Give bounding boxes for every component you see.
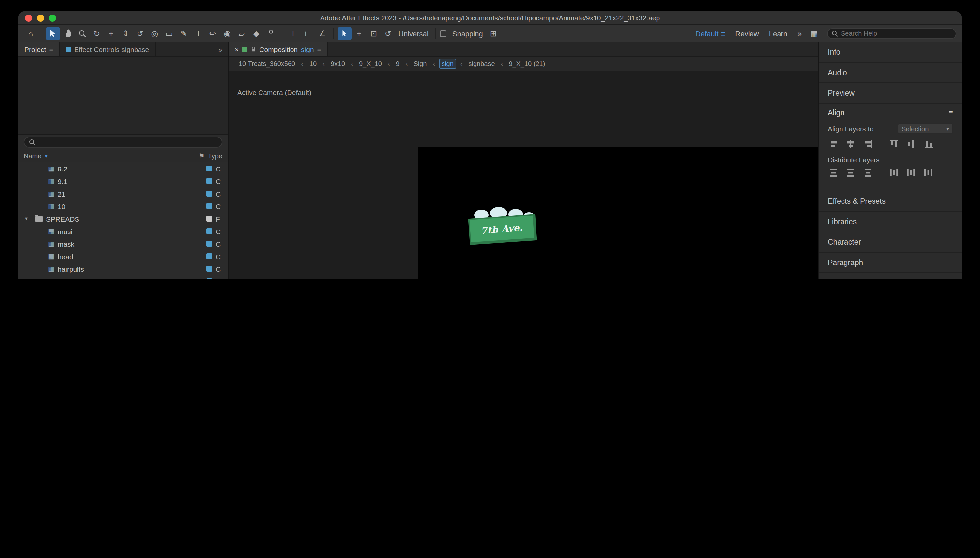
align-panel-title[interactable]: Align [828,109,844,117]
pan-camera-tool[interactable]: + [104,27,118,40]
project-item-row[interactable]: ▾ ▦ head C [18,250,228,263]
lock-icon[interactable] [251,46,256,52]
align-layers-to-dropdown[interactable]: Selection▾ [898,123,953,134]
gizmo-scale-tool[interactable]: ⊡ [367,27,380,40]
item-label[interactable]: head [58,252,73,260]
roto-brush-tool[interactable]: ◆ [249,27,263,40]
brush-tool[interactable]: ✏ [206,27,220,40]
item-label[interactable]: mask [58,240,74,248]
distribute-right-button[interactable] [924,167,934,179]
view-axis-mode-icon[interactable]: ∠ [315,27,329,40]
puppet-pin-tool[interactable] [264,27,278,40]
rectangle-tool[interactable]: ▭ [162,27,176,40]
label-color-chip[interactable] [206,278,212,279]
universal-gizmo-label[interactable]: Universal [398,30,429,37]
label-color-chip[interactable] [206,190,212,197]
item-label[interactable]: 9.1 [58,177,67,185]
panel-tab[interactable]: Audio [819,62,962,83]
panel-menu-icon[interactable]: ≡ [949,109,953,117]
item-label[interactable]: 10 [58,202,65,210]
snapping-label[interactable]: Snapping [452,30,483,37]
label-color-chip[interactable] [206,178,212,184]
align-bottom-button[interactable] [924,138,934,150]
minimize-window-button[interactable] [37,15,44,22]
distribute-left-button[interactable] [889,167,899,179]
align-top-button[interactable] [889,138,899,150]
gizmo-rotate-tool[interactable]: ↺ [381,27,395,40]
composition-frame[interactable]: 7th Ave. [418,147,818,279]
align-center-horizontal-button[interactable] [845,139,857,149]
dolly-camera-tool[interactable]: ⇕ [119,27,133,40]
selection-tool[interactable] [46,27,60,40]
breadcrumb-item[interactable]: ‹ 9_X_10 [347,59,384,68]
eraser-tool[interactable]: ▱ [235,27,249,40]
maximize-window-button[interactable] [49,15,56,22]
panel-tab[interactable]: Paragraph [819,253,962,273]
zoom-tool[interactable] [75,27,89,40]
panel-tab[interactable]: Info [819,42,962,62]
pan-behind-tool[interactable]: ◎ [148,27,162,40]
help-search[interactable] [827,28,956,39]
label-column-flag-icon[interactable]: ⚑ [199,153,205,159]
pen-tool[interactable]: ✎ [177,27,190,40]
project-item-row[interactable]: ▾ ▦ 9.2 C [18,162,228,175]
hand-tool[interactable] [61,27,75,40]
panel-menu-icon[interactable]: ≡ [317,46,321,53]
tab-project[interactable]: Project ≡ [18,42,60,56]
project-item-row[interactable]: ▾ ▦ face C [18,275,228,279]
label-color-chip[interactable] [206,216,212,222]
breadcrumb-item[interactable]: ‹ 10 Treats_360x560 [237,59,297,68]
project-item-row[interactable]: ▾ ▦ 21 C [18,187,228,200]
item-label[interactable]: SPREADS [46,215,79,223]
gizmo-move-tool[interactable]: + [352,27,366,40]
tab-effect-controls[interactable]: Effect Controls signbase [60,42,156,56]
align-right-button[interactable] [862,139,874,149]
close-window-button[interactable] [25,15,32,22]
breadcrumb-item[interactable]: ‹ 9x10 [318,59,347,68]
workspace-bar-icon[interactable]: ▦ [807,27,821,40]
project-item-row[interactable]: ▾ ▦ hairpuffs C [18,263,228,275]
clone-stamp-tool[interactable]: ◉ [220,27,234,40]
home-icon[interactable]: ⌂ [24,27,38,40]
label-color-chip[interactable] [206,166,212,171]
panel-tab[interactable]: Effects & Presets [819,191,962,212]
breadcrumb-item[interactable]: ‹ 9_X_10 (21) [497,59,547,68]
column-type[interactable]: Type [208,153,222,159]
align-center-vertical-button[interactable] [906,138,916,150]
breadcrumb-item[interactable]: ‹ Sign [402,59,429,68]
world-axis-mode-icon[interactable]: ∟ [301,27,315,40]
twirl-icon[interactable]: ▾ [25,216,32,222]
label-color-chip[interactable] [206,203,212,209]
workspace-default[interactable]: Default≡ [695,30,726,37]
distribute-bottom-button[interactable] [862,167,874,177]
align-left-button[interactable] [828,139,839,149]
item-label[interactable]: face [58,277,71,279]
label-color-chip[interactable] [206,266,212,272]
gizmo-select-tool[interactable] [338,27,352,40]
project-item-row[interactable]: ▾ ▦ SPREADS F [18,212,228,225]
snapping-checkbox[interactable] [440,30,446,37]
help-search-input[interactable] [841,30,952,37]
item-label[interactable]: hairpuffs [58,265,84,273]
label-color-chip[interactable] [206,228,212,234]
project-item-row[interactable]: ▾ ▦ 10 C [18,200,228,212]
project-column-header[interactable]: Name ▾ ⚑ Type [18,150,228,162]
project-item-row[interactable]: ▾ ▦ musi C [18,225,228,238]
project-search-field[interactable] [24,136,222,148]
item-label[interactable]: 21 [58,190,65,197]
panel-menu-icon[interactable]: ≡ [49,46,53,53]
panel-tab[interactable]: Preview [819,83,962,103]
workspace-learn[interactable]: Learn [769,30,787,37]
breadcrumb-item[interactable]: ‹ signbase [456,59,497,68]
item-label[interactable]: musi [58,227,72,235]
rotation-tool[interactable]: ↺ [133,27,147,40]
workspace-review[interactable]: Review [735,30,759,37]
project-item-row[interactable]: ▾ ▦ 9.1 C [18,175,228,187]
composition-viewer[interactable]: Active Camera (Default) 7th Ave. [229,71,818,279]
label-color-chip[interactable] [206,253,212,259]
panel-tab[interactable]: Libraries [819,212,962,232]
distribute-center-horizontal-button[interactable] [906,167,916,179]
distribute-center-vertical-button[interactable] [845,167,857,177]
type-tool[interactable]: T [191,27,205,40]
breadcrumb-item[interactable]: ‹ 10 [297,59,318,68]
